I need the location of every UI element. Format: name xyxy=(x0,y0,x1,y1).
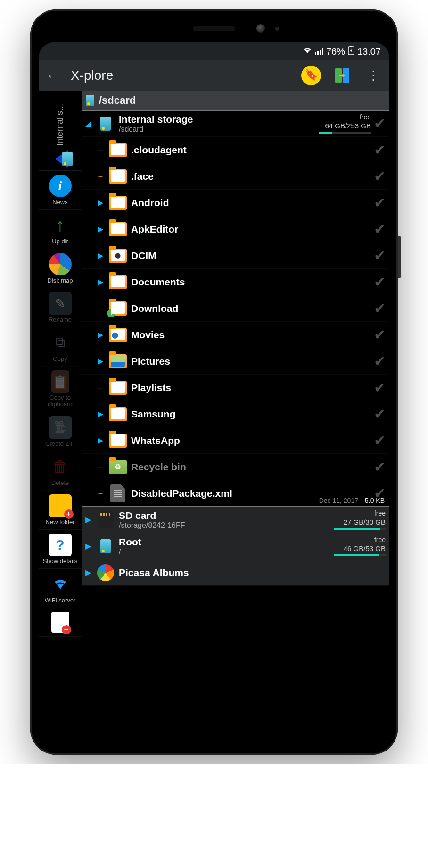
folder-row[interactable]: –.face✔ xyxy=(82,163,389,190)
folder-icon xyxy=(109,328,127,342)
free-label: free xyxy=(374,536,386,543)
expand-toggle[interactable]: – xyxy=(96,304,105,313)
folder-name: Samsung xyxy=(131,409,371,420)
bookmark-icon: 🔖 xyxy=(301,66,321,85)
wifi-icon xyxy=(303,47,312,57)
rail-copy[interactable]: ⧉ Copy xyxy=(39,327,82,367)
expand-toggle[interactable]: ▶ xyxy=(96,225,105,234)
check-icon[interactable]: ✔ xyxy=(374,221,386,237)
folder-row[interactable]: –Recycle bin✔ xyxy=(82,454,389,480)
folder-row[interactable]: ▶Pictures✔ xyxy=(82,348,389,375)
folder-row[interactable]: ▶WhatsApp✔ xyxy=(82,427,389,454)
expand-toggle[interactable]: ▶ xyxy=(96,409,105,418)
rail-label: Delete xyxy=(51,479,69,486)
folder-icon xyxy=(109,222,127,236)
collapse-toggle[interactable]: ◢ xyxy=(84,119,92,128)
expand-toggle[interactable]: ▶ xyxy=(84,542,92,551)
check-icon[interactable]: ✔ xyxy=(374,326,386,343)
folder-icon xyxy=(109,196,127,210)
pencil-icon: ✎ xyxy=(49,292,72,315)
folder-name: Documents xyxy=(131,276,371,288)
disk-map-icon xyxy=(49,253,72,275)
check-icon[interactable]: ✔ xyxy=(374,353,386,369)
folder-icon xyxy=(109,143,127,157)
file-row[interactable]: –DisabledPackage.xml✔Dec 11, 20175.0 KB xyxy=(82,480,389,507)
check-icon[interactable]: ✔ xyxy=(374,142,386,158)
path-bar[interactable]: /sdcard xyxy=(82,91,389,110)
bookmarks-button[interactable]: 🔖 xyxy=(300,64,322,87)
rail-wifiserver[interactable]: WiFi server xyxy=(39,569,82,608)
file-size: 5.0 KB xyxy=(365,497,385,504)
rail-updir[interactable]: ↑ Up dir xyxy=(39,210,82,249)
rail-rename[interactable]: ✎ Rename xyxy=(39,288,82,327)
expand-toggle[interactable]: – xyxy=(96,146,105,154)
folder-row[interactable]: ▶Samsung✔ xyxy=(82,401,389,427)
volume-sdcard[interactable]: ▶ SD card /storage/8242-16FF free 27 GB/… xyxy=(82,507,389,533)
tree-line xyxy=(84,245,96,266)
check-icon[interactable]: ✔ xyxy=(374,274,386,290)
rail-copyclip[interactable]: 📋 Copy to clipboard xyxy=(39,367,82,412)
expand-toggle[interactable]: – xyxy=(96,384,105,392)
check-icon[interactable]: ✔ xyxy=(374,115,386,132)
app-bar: ← X-plore 🔖 ➜ ⋮ xyxy=(39,60,389,91)
rail-newfile[interactable] xyxy=(39,608,82,637)
folder-row[interactable]: ▶ApkEditor✔ xyxy=(82,216,389,242)
battery-percent: 76% xyxy=(326,46,345,57)
check-icon[interactable]: ✔ xyxy=(374,432,386,449)
storage-icon xyxy=(86,95,94,106)
volume-name: Root xyxy=(119,536,334,548)
expand-toggle[interactable]: ▶ xyxy=(96,357,105,366)
check-icon[interactable]: ✔ xyxy=(374,247,386,264)
secondary-pane-tab[interactable]: Internal s... xyxy=(39,91,82,171)
check-icon[interactable]: ✔ xyxy=(374,300,386,317)
volume-internal[interactable]: ◢ Internal storage /sdcard free 64 GB/25… xyxy=(82,110,389,137)
check-icon[interactable]: ✔ xyxy=(374,168,386,184)
check-icon[interactable]: ✔ xyxy=(374,406,386,422)
volume-path: / xyxy=(119,548,334,556)
rail-showdetails[interactable]: ? Show details xyxy=(39,530,82,569)
wifi-server-icon xyxy=(49,573,72,595)
body: Internal s... i News ↑ Up dir Disk m xyxy=(39,91,389,726)
svg-rect-1 xyxy=(350,46,352,47)
check-icon[interactable]: ✔ xyxy=(374,459,386,475)
volume-name: Picasa Albums xyxy=(119,567,386,578)
swap-panes-button[interactable]: ➜ xyxy=(331,64,354,87)
expand-toggle[interactable]: – xyxy=(96,463,105,471)
folder-row[interactable]: ▶Documents✔ xyxy=(82,269,389,295)
rail-newfolder[interactable]: New folder xyxy=(39,491,82,530)
expand-toggle[interactable]: ▶ xyxy=(96,277,105,286)
expand-toggle[interactable]: ▶ xyxy=(96,436,105,445)
folder-row[interactable]: –.cloudagent✔ xyxy=(82,137,389,163)
expand-toggle[interactable]: ▶ xyxy=(84,568,92,577)
rail-label: New folder xyxy=(45,518,74,526)
folder-name: .face xyxy=(131,171,371,182)
overflow-menu-button[interactable]: ⋮ xyxy=(362,64,385,87)
zip-icon: 🗜 xyxy=(49,416,72,439)
volume-root[interactable]: ▶ Root / free 46 GB/53 GB xyxy=(82,533,389,559)
tree-line xyxy=(84,351,96,371)
expand-toggle[interactable]: ▶ xyxy=(96,251,105,260)
folder-row[interactable]: ▶Movies✔ xyxy=(82,322,389,348)
file-list[interactable]: ◢ Internal storage /sdcard free 64 GB/25… xyxy=(82,110,389,726)
volume-picasa[interactable]: ▶ Picasa Albums xyxy=(82,559,389,586)
rail-createzip[interactable]: 🗜 Create ZIP xyxy=(39,412,82,451)
check-icon[interactable]: ✔ xyxy=(374,379,386,396)
back-button[interactable]: ← xyxy=(43,68,62,83)
folder-row[interactable]: –↓Download✔ xyxy=(82,295,389,322)
folder-row[interactable]: ▶Android✔ xyxy=(82,190,389,216)
clipboard-icon: 📋 xyxy=(51,370,69,393)
phone-camera xyxy=(256,24,265,33)
expand-toggle[interactable]: ▶ xyxy=(96,330,105,339)
expand-toggle[interactable]: ▶ xyxy=(96,198,105,207)
free-label: free xyxy=(374,509,386,517)
folder-row[interactable]: –Playlists✔ xyxy=(82,375,389,401)
folder-row[interactable]: ▶DCIM✔ xyxy=(82,242,389,269)
tree-line xyxy=(84,219,96,239)
rail-label: Show details xyxy=(43,558,78,565)
expand-toggle[interactable]: – xyxy=(96,172,105,181)
rail-diskmap[interactable]: Disk map xyxy=(39,249,82,288)
expand-toggle[interactable]: ▶ xyxy=(84,515,92,524)
check-icon[interactable]: ✔ xyxy=(374,194,386,211)
rail-delete[interactable]: 🗑 Delete xyxy=(39,451,82,491)
rail-news[interactable]: i News xyxy=(39,171,82,210)
